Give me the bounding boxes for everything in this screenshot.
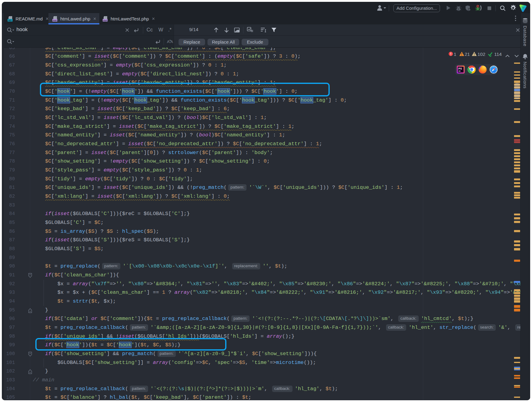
- svg-text:PS: PS: [459, 67, 462, 70]
- svg-text:PHP: PHP: [53, 19, 57, 21]
- svg-text:A: A: [170, 39, 173, 44]
- svg-text:MD: MD: [8, 19, 12, 22]
- svg-text:PHP: PHP: [103, 19, 107, 21]
- svg-text:A: A: [167, 39, 170, 44]
